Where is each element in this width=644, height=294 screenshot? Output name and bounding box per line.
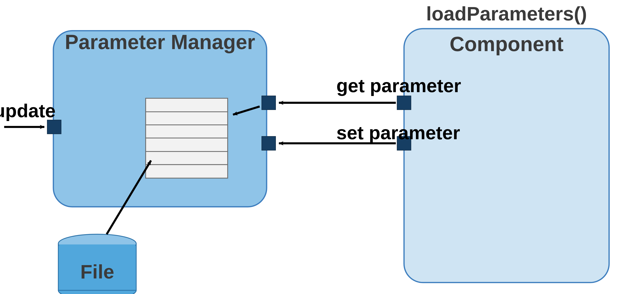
architecture-diagram: Parameter Manager loadParameters() Compo… [0, 0, 644, 294]
parameter-manager-node: Parameter Manager [54, 30, 267, 207]
parameter-table-icon [146, 98, 228, 178]
edge-update-label: update [0, 100, 56, 121]
port-pm-set [262, 136, 276, 150]
edge-set-parameter: set parameter [279, 122, 460, 143]
port-pm-get [262, 96, 276, 110]
port-comp-get [397, 96, 411, 110]
component-caption: loadParameters() [426, 3, 587, 25]
port-pm-update [47, 120, 61, 134]
component-title: Component [450, 32, 564, 55]
edge-set-parameter-label: set parameter [336, 122, 460, 143]
parameter-manager-title: Parameter Manager [65, 30, 255, 53]
svg-rect-7 [404, 29, 609, 283]
edge-get-parameter-label: get parameter [336, 75, 461, 96]
file-node: File [58, 234, 136, 294]
file-title: File [80, 261, 114, 283]
